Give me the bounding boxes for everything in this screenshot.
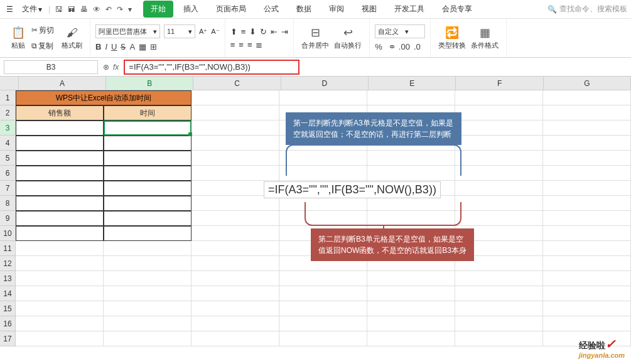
tab-formula[interactable]: 公式 xyxy=(256,1,286,18)
col-header-B[interactable]: B xyxy=(106,77,193,90)
align-right-icon[interactable]: ≡ xyxy=(247,40,252,50)
col-header-D[interactable]: D xyxy=(281,77,369,90)
undo-icon[interactable]: ↶ xyxy=(105,5,112,14)
fill-color-button[interactable]: ▦ xyxy=(139,42,146,51)
cell-F1[interactable] xyxy=(455,90,543,105)
cell-A10[interactable] xyxy=(16,226,104,241)
align-left-icon[interactable]: ≡ xyxy=(230,40,235,50)
number-format-select[interactable]: 自定义▾ xyxy=(375,24,425,38)
col-header-C[interactable]: C xyxy=(193,77,281,90)
cell-E1[interactable] xyxy=(367,90,455,105)
cell-B9[interactable] xyxy=(104,211,191,226)
type-convert-button[interactable]: 🔁类型转换 xyxy=(436,24,468,51)
merge-button[interactable]: ⊟合并居中 xyxy=(299,24,332,51)
row-header-6[interactable]: 6 xyxy=(0,166,16,181)
col-header-F[interactable]: F xyxy=(456,77,543,90)
row-header-1[interactable]: 1 xyxy=(0,90,16,105)
cancel-icon[interactable]: ⊗ xyxy=(103,63,109,72)
cell-B7[interactable] xyxy=(104,181,191,196)
redo-icon[interactable]: ↷ xyxy=(117,5,123,14)
row-header-9[interactable]: 9 xyxy=(0,211,16,226)
file-menu[interactable]: 文件 ▾ xyxy=(17,1,47,17)
bold-button[interactable]: B xyxy=(95,42,101,51)
row-header-12[interactable]: 12 xyxy=(0,256,16,271)
row-header-2[interactable]: 2 xyxy=(0,105,16,120)
font-color-button[interactable]: A xyxy=(129,42,135,51)
indent-left-icon[interactable]: ⇤ xyxy=(271,27,278,36)
cell-B6[interactable] xyxy=(104,166,191,181)
wrap-button[interactable]: ↩自动换行 xyxy=(332,24,364,51)
italic-button[interactable]: I xyxy=(105,42,107,51)
cut-button[interactable]: ✂剪切 xyxy=(30,24,55,37)
paste-button[interactable]: 📋 粘贴 xyxy=(9,24,28,51)
underline-button[interactable]: U xyxy=(111,42,117,51)
cell-B10[interactable] xyxy=(104,226,191,241)
name-box[interactable]: B3 xyxy=(4,60,98,74)
tab-view[interactable]: 视图 xyxy=(354,1,384,18)
row-header-7[interactable]: 7 xyxy=(0,181,16,196)
tab-data[interactable]: 数据 xyxy=(289,1,319,18)
decrease-decimal-icon[interactable]: .0 xyxy=(414,42,421,51)
cond-format-button[interactable]: ▦条件格式 xyxy=(468,24,501,51)
col-header-A[interactable]: A xyxy=(19,77,106,90)
tab-start[interactable]: 开始 xyxy=(143,1,173,18)
cell-A7[interactable] xyxy=(16,181,104,196)
percent-icon[interactable]: % xyxy=(375,42,382,51)
tab-layout[interactable]: 页面布局 xyxy=(208,1,254,18)
save-as-icon[interactable]: 🖬 xyxy=(68,5,75,14)
font-size-select[interactable]: 11▾ xyxy=(164,24,195,38)
row-header-5[interactable]: 5 xyxy=(0,151,16,166)
row-header-11[interactable]: 11 xyxy=(0,241,16,256)
cell-A4[interactable] xyxy=(16,136,104,151)
cell-A5[interactable] xyxy=(16,151,104,166)
hamburger-icon[interactable]: ☰ xyxy=(4,4,16,15)
font-select[interactable]: 阿里巴巴普惠体▾ xyxy=(95,24,160,38)
row-header-3[interactable]: 3 xyxy=(0,120,16,136)
row-header-16[interactable]: 16 xyxy=(0,316,16,331)
print-icon[interactable]: 🖶 xyxy=(80,5,88,14)
cell-B2[interactable]: 时间 xyxy=(104,105,191,120)
formula-input[interactable]: =IF(A3="","",IF(B3="",NOW(),B3)) xyxy=(124,60,299,75)
cell-D1[interactable] xyxy=(279,90,367,105)
align-top-icon[interactable]: ⬆ xyxy=(230,27,237,36)
row-header-14[interactable]: 14 xyxy=(0,286,16,301)
save-icon[interactable]: 🖫 xyxy=(55,5,63,14)
cell-A8[interactable] xyxy=(16,196,104,211)
indent-right-icon[interactable]: ⇥ xyxy=(281,27,288,36)
tab-review[interactable]: 审阅 xyxy=(321,1,352,18)
cell-C2[interactable] xyxy=(191,105,279,120)
border-button[interactable]: ⊞ xyxy=(150,42,157,51)
cell-A2[interactable]: 销售额 xyxy=(16,105,104,120)
justify-icon[interactable]: ≣ xyxy=(256,40,262,50)
row-header-17[interactable]: 17 xyxy=(0,331,16,346)
cell-A6[interactable] xyxy=(16,166,104,181)
cell-G1[interactable] xyxy=(543,90,631,105)
tab-vip[interactable]: 会员专享 xyxy=(434,1,480,18)
increase-font-icon[interactable]: A⁺ xyxy=(199,28,207,36)
align-bottom-icon[interactable]: ⬇ xyxy=(249,27,256,36)
row-header-8[interactable]: 8 xyxy=(0,196,16,211)
cell-B8[interactable] xyxy=(104,196,191,211)
strike-button[interactable]: S̶ xyxy=(121,42,126,51)
row-header-10[interactable]: 10 xyxy=(0,226,16,241)
orientation-icon[interactable]: ↻ xyxy=(260,27,267,36)
row-header-15[interactable]: 15 xyxy=(0,301,16,316)
col-header-E[interactable]: E xyxy=(369,77,456,90)
cell-G2[interactable] xyxy=(543,105,631,120)
format-painter-button[interactable]: 🖌 格式刷 xyxy=(59,25,85,51)
tab-insert[interactable]: 插入 xyxy=(176,1,206,18)
increase-decimal-icon[interactable]: .00 xyxy=(399,42,410,51)
row-header-13[interactable]: 13 xyxy=(0,271,16,286)
cell-B4[interactable] xyxy=(104,136,191,151)
search-box[interactable]: 🔍 查找命令、搜索模板 xyxy=(547,4,627,14)
decrease-font-icon[interactable]: A⁻ xyxy=(211,28,219,36)
align-center-icon[interactable]: ≡ xyxy=(239,40,244,50)
cell-A9[interactable] xyxy=(16,211,104,226)
cell-B5[interactable] xyxy=(104,151,191,166)
align-middle-icon[interactable]: ≡ xyxy=(241,27,246,36)
col-header-G[interactable]: G xyxy=(544,77,631,90)
preview-icon[interactable]: 👁 xyxy=(93,5,100,14)
cell-C1[interactable] xyxy=(191,90,279,105)
fx-icon[interactable]: fx xyxy=(113,63,119,72)
row-header-4[interactable]: 4 xyxy=(0,136,16,151)
